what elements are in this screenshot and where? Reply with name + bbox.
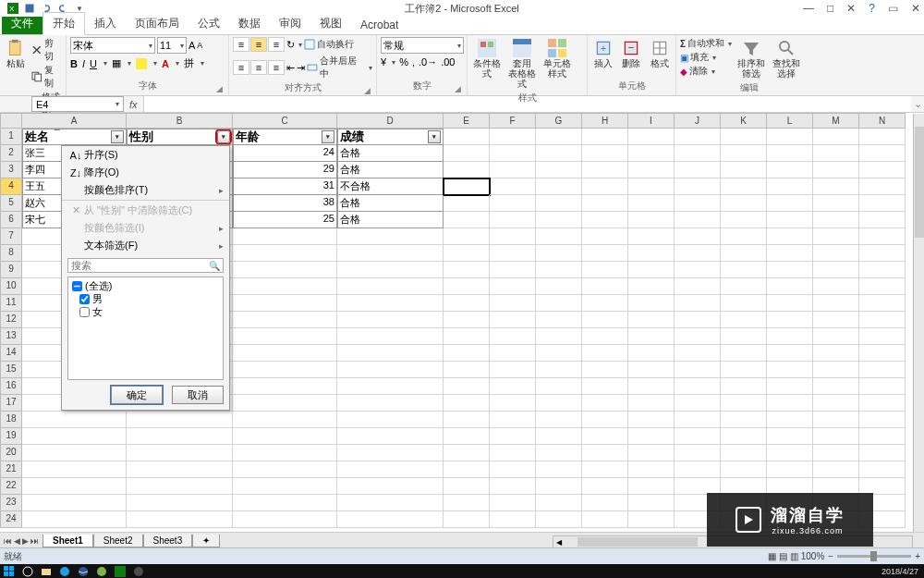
cell[interactable] — [233, 495, 337, 511]
cell[interactable] — [337, 295, 444, 312]
col-header[interactable]: I — [628, 113, 675, 129]
col-header[interactable]: F — [490, 113, 536, 129]
conditional-format-button[interactable]: 条件格式 — [471, 37, 503, 80]
ribbon-minimize-icon[interactable]: ▭ — [888, 2, 898, 15]
cell[interactable] — [490, 262, 536, 278]
col-header[interactable]: B — [127, 113, 233, 129]
cell[interactable] — [444, 129, 490, 145]
cell[interactable] — [233, 395, 337, 412]
cell[interactable] — [628, 212, 675, 228]
cell[interactable] — [444, 245, 490, 262]
cell[interactable] — [859, 328, 906, 345]
cell[interactable] — [582, 145, 628, 162]
col-header[interactable]: L — [767, 113, 813, 129]
cell[interactable] — [813, 129, 859, 145]
help-icon[interactable]: ? — [869, 2, 875, 15]
cell[interactable] — [721, 412, 767, 428]
cell[interactable] — [628, 428, 675, 445]
filter-item-0[interactable]: 男 — [70, 292, 221, 305]
view-layout-icon[interactable]: ▤ — [779, 551, 787, 561]
currency-icon[interactable]: ¥ — [381, 56, 386, 68]
format-table-button[interactable]: 套用 表格格式 — [506, 37, 538, 91]
cell[interactable] — [490, 345, 536, 362]
cell[interactable] — [444, 412, 490, 428]
cell[interactable] — [813, 162, 859, 178]
clear-button[interactable]: ◆清除▾ — [680, 65, 732, 78]
cell[interactable] — [859, 129, 906, 145]
cell[interactable] — [859, 178, 906, 195]
row-header[interactable]: 5 — [0, 195, 22, 212]
row-header[interactable]: 1 — [0, 129, 22, 145]
view-pagebreak-icon[interactable]: ▥ — [790, 551, 798, 561]
col-header[interactable]: M — [813, 113, 859, 129]
cell[interactable] — [582, 195, 628, 212]
cell[interactable] — [233, 362, 337, 378]
cell[interactable]: 38 — [233, 195, 337, 212]
font-dialog-icon[interactable]: ◢ — [216, 84, 223, 93]
cell[interactable]: 合格 — [337, 162, 444, 178]
zoom-in-icon[interactable]: + — [915, 551, 920, 561]
cell[interactable] — [582, 362, 628, 378]
cell[interactable] — [813, 461, 859, 478]
cell[interactable] — [628, 312, 675, 328]
cell[interactable] — [675, 445, 721, 461]
cell[interactable] — [444, 395, 490, 412]
increase-decimal-icon[interactable]: .0→ — [419, 56, 437, 68]
align-bottom-icon[interactable]: ≡ — [268, 37, 285, 52]
sheet-nav-next-icon[interactable]: ▶ — [22, 536, 29, 546]
row-header[interactable]: 19 — [0, 428, 22, 445]
cell[interactable] — [337, 445, 444, 461]
cell[interactable] — [859, 262, 906, 278]
excel-taskbar-icon[interactable] — [111, 565, 129, 578]
cell[interactable]: 31 — [233, 178, 337, 195]
cell[interactable] — [536, 212, 582, 228]
cell[interactable] — [721, 395, 767, 412]
cell[interactable] — [582, 278, 628, 295]
cell[interactable] — [337, 345, 444, 362]
cell[interactable] — [859, 362, 906, 378]
cell[interactable] — [127, 495, 233, 511]
filter-select-all[interactable]: (全选) — [70, 279, 221, 292]
cell[interactable] — [721, 178, 767, 195]
cell[interactable] — [859, 228, 906, 245]
select-all-corner[interactable] — [0, 113, 22, 129]
cell[interactable] — [582, 228, 628, 245]
cell[interactable] — [859, 295, 906, 312]
cell[interactable] — [233, 262, 337, 278]
cell[interactable] — [444, 445, 490, 461]
cell[interactable] — [675, 262, 721, 278]
cell[interactable] — [490, 145, 536, 162]
cell[interactable] — [675, 362, 721, 378]
sort-descending-item[interactable]: Z↓降序(O) — [62, 164, 229, 181]
wrap-text-button[interactable]: 自动换行 — [304, 38, 354, 51]
row-header[interactable]: 6 — [0, 212, 22, 228]
cell[interactable]: 合格 — [337, 195, 444, 212]
cell[interactable] — [490, 412, 536, 428]
cell[interactable] — [813, 212, 859, 228]
cell[interactable] — [536, 295, 582, 312]
cell[interactable] — [337, 228, 444, 245]
cell[interactable] — [859, 445, 906, 461]
cell[interactable] — [813, 312, 859, 328]
cell[interactable] — [233, 461, 337, 478]
cell[interactable] — [582, 495, 628, 511]
cell[interactable] — [721, 362, 767, 378]
cell[interactable] — [536, 495, 582, 511]
cell[interactable] — [490, 328, 536, 345]
cell[interactable] — [490, 445, 536, 461]
cell[interactable] — [490, 195, 536, 212]
cell[interactable] — [628, 345, 675, 362]
cell[interactable] — [536, 312, 582, 328]
sheet-nav-first-icon[interactable]: ⏮ — [4, 536, 12, 546]
cell[interactable] — [536, 428, 582, 445]
comma-icon[interactable]: , — [412, 56, 415, 68]
windows-taskbar[interactable]: 2018/4/27 — [0, 564, 924, 578]
tab-acrobat[interactable]: Acrobat — [351, 16, 407, 34]
cell[interactable] — [767, 445, 813, 461]
file-explorer-icon[interactable] — [37, 565, 55, 578]
cell[interactable] — [444, 278, 490, 295]
cell[interactable] — [767, 345, 813, 362]
cell[interactable] — [628, 195, 675, 212]
cell[interactable] — [490, 162, 536, 178]
cell[interactable] — [767, 395, 813, 412]
